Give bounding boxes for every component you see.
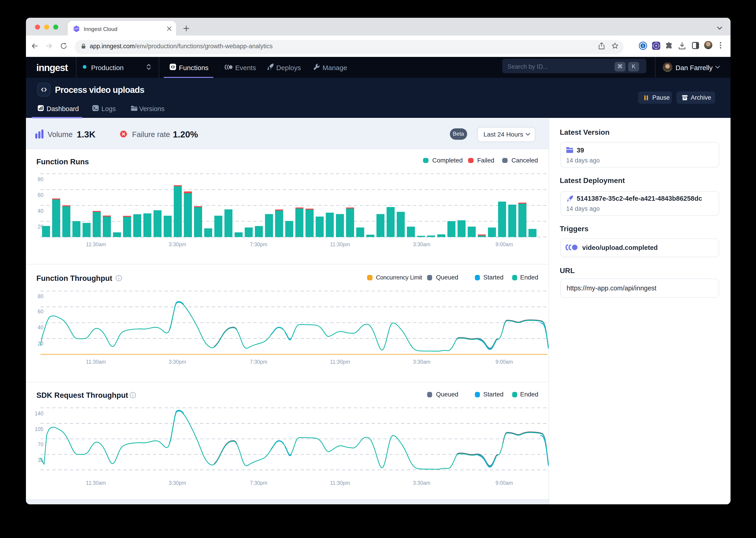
svg-text:40: 40 [37,324,43,330]
svg-text:80: 80 [37,176,43,182]
svg-text:7:30pm: 7:30pm [250,480,267,486]
svg-text:3:30pm: 3:30pm [168,480,186,486]
svg-text:9:00am: 9:00am [496,480,513,486]
svg-text:70: 70 [37,441,43,447]
svg-text:11:30am: 11:30am [86,480,106,486]
svg-text:105: 105 [34,426,43,432]
svg-text:11:30am: 11:30am [86,359,106,365]
svg-text:3:30am: 3:30am [413,480,430,486]
svg-text:11:30pm: 11:30pm [330,480,350,486]
svg-text:80: 80 [37,293,43,299]
svg-text:60: 60 [37,192,43,198]
svg-text:3:30pm: 3:30pm [168,241,186,247]
svg-text:40: 40 [37,208,43,214]
svg-text:7:30pm: 7:30pm [250,241,267,247]
svg-text:60: 60 [37,308,43,314]
svg-text:3:30pm: 3:30pm [168,359,186,365]
svg-text:3:30am: 3:30am [413,359,430,365]
svg-text:7:30pm: 7:30pm [250,359,267,365]
svg-text:11:30pm: 11:30pm [330,359,350,365]
svg-text:140: 140 [34,410,43,416]
svg-text:11:30pm: 11:30pm [330,241,350,247]
svg-text:3:30am: 3:30am [413,241,430,247]
svg-text:11:30am: 11:30am [86,241,106,247]
svg-text:9:00am: 9:00am [496,241,513,247]
svg-text:9:00am: 9:00am [496,359,513,365]
